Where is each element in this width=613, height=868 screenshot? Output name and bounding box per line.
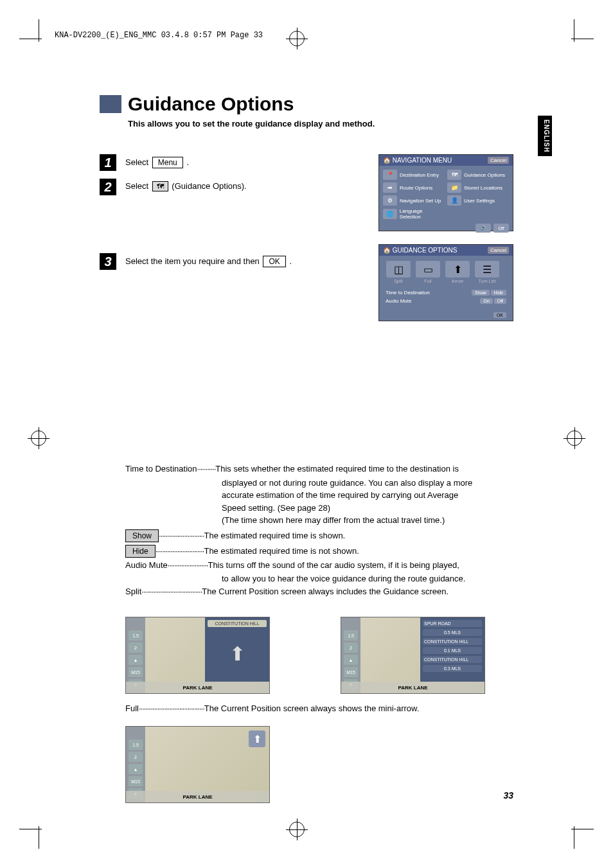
dots: ····························· [155, 545, 204, 558]
map-mway: M15 [129, 667, 143, 677]
map-scale-1: 1.5 [344, 630, 358, 641]
full-map-screenshot: 1.5 2 ▲ M15 ▼ ⬆ PARK LANE [125, 726, 270, 803]
map-up-icon: ▲ [129, 764, 143, 774]
registration-mark [31, 430, 46, 446]
step-number-2: 2 [100, 179, 116, 195]
registration-mark [289, 822, 305, 837]
step-3-text-post: . [287, 256, 292, 266]
ok-button-ref: OK [263, 256, 285, 267]
step-2-text-post: (Guidance Options). [170, 181, 247, 191]
map-scale-1: 1.5 [129, 630, 143, 641]
ttd-text-4: Speed setting. (See page 28) [125, 502, 513, 515]
nav-menu-title: 🏠 NAVIGATION MENU [383, 157, 452, 164]
full-text: The Current Position screen always shows… [204, 704, 420, 713]
crop-mark [571, 829, 594, 829]
page-content: ENGLISH Guidance Options This allows you… [61, 61, 552, 807]
registration-mark [289, 31, 305, 46]
show-text: The estimated required time is shown. [204, 529, 346, 542]
map-road-name: PARK LANE [126, 791, 269, 802]
map-scale-2: 2 [129, 642, 143, 653]
print-header: KNA-DV2200_(E)_ENG_MMC 03.4.8 0:57 PM Pa… [55, 31, 263, 40]
mini-arrow-icon: ⬆ [249, 731, 265, 747]
mute-label: Audio Mute [125, 559, 168, 572]
mute-text-2: to allow you to hear the voice guidance … [125, 572, 513, 585]
guidance-ttd-row: Time to Destination ShowHide [379, 288, 513, 297]
map-up-icon: ▲ [129, 655, 143, 665]
map-scale-1: 1.5 [129, 740, 143, 750]
nav-item-route: ➡Route Options [383, 182, 445, 193]
step-1-text-post: . [184, 157, 189, 167]
split-map-row: 1.5 2 ▲ M15 ▼ CONSTITUTION HILL ⬆ PARK L… [125, 617, 513, 694]
guidance-arrow-icon: ⬆Arrow [445, 261, 470, 283]
turn-dist-3: 0.3 MLS [423, 665, 482, 672]
step-number-1: 1 [100, 154, 116, 171]
full-label: Full [125, 704, 139, 713]
ttd-text-2: displayed or not during route guidance. … [125, 477, 513, 490]
nav-item-user: 👤User Settings [447, 195, 509, 206]
nav-item-language: 🌐Language Selection [383, 208, 445, 220]
title-decorator [100, 95, 121, 113]
guidance-ok-button: OK [493, 312, 506, 318]
step-3-text-pre: Select the item you require and then [125, 256, 262, 266]
turn-dist-1: 0.5 MLS [423, 629, 482, 636]
map-mway: M15 [129, 776, 143, 786]
crop-mark [571, 39, 594, 39]
full-description: Full ···································… [125, 704, 513, 713]
guidance-title: 🏠 GUIDANCE OPTIONS [383, 247, 457, 254]
mute-text-1: This turns off the sound of the car audi… [208, 559, 459, 572]
turn-dist-2: 0.1 MLS [423, 647, 482, 654]
guidance-full-icon: ▭Full [415, 261, 441, 283]
turn-item-3: CONSTITUTION HILL [423, 656, 482, 663]
ttd-text-5: (The time shown here may differ from the… [125, 514, 513, 527]
split-map-guidance: 1.5 2 ▲ M15 ▼ CONSTITUTION HILL ⬆ PARK L… [125, 617, 270, 694]
guidance-split-icon: ◫Split [386, 261, 411, 283]
registration-mark [567, 430, 582, 446]
nav-item-destination: 📍Destination Entry [383, 170, 445, 180]
ttd-text-1: This sets whether the estimated required… [215, 463, 459, 475]
step-2-text-pre: Select [125, 181, 151, 191]
hide-label: Hide [125, 545, 155, 558]
guidance-cancel-button: Cancel [488, 247, 509, 254]
show-label: Show [125, 529, 159, 542]
menu-button-ref: Menu [152, 157, 183, 168]
dots: ··························· [159, 529, 204, 542]
map-scale-2: 2 [344, 642, 358, 653]
guidance-options-screenshot: 🏠 GUIDANCE OPTIONS Cancel ◫Split ▭Full ⬆… [378, 244, 513, 321]
map-guidance-arrow-icon: ⬆ [208, 628, 267, 679]
description-block: Time to Destination ··········· This set… [125, 463, 513, 598]
map-mway: M15 [344, 667, 358, 677]
page-number: 33 [503, 790, 513, 801]
turn-item-2: CONSTITUTION HILL [423, 638, 482, 645]
nav-item-setup: ⚙Navigation Set Up [383, 195, 445, 206]
crop-mark [39, 826, 39, 849]
step-1-text-pre: Select [125, 157, 151, 167]
turn-item-1: SPUR ROAD [423, 620, 482, 627]
map-destination: CONSTITUTION HILL [208, 620, 267, 627]
dots: ························ [168, 559, 208, 572]
nav-off-button: Off [493, 224, 509, 233]
guidance-turnlist-icon: ☰Turn List [474, 261, 500, 283]
dots: ··········· [197, 463, 216, 475]
step-number-3: 3 [100, 253, 116, 270]
nav-item-guidance: 🗺Guidance Options [447, 170, 509, 180]
split-label: Split [125, 585, 141, 598]
nav-vol-button: 🔊 [475, 224, 491, 233]
crop-mark [574, 826, 574, 849]
dots: ···································· [141, 585, 202, 598]
nav-item-stored: 📁Stored Locations [447, 182, 509, 193]
split-text: The Current Position screen always inclu… [202, 585, 449, 598]
page-subtitle: This allows you to set the route guidanc… [128, 119, 513, 128]
guidance-options-icon-ref: 🗺 [152, 181, 168, 191]
ttd-label: Time to Destination [125, 463, 197, 475]
language-tab: ENGLISH [538, 116, 552, 156]
crop-mark [574, 19, 574, 42]
guidance-mute-row: Audio Mute OnOff [379, 297, 513, 305]
nav-cancel-button: Cancel [488, 157, 509, 164]
crop-mark [39, 19, 39, 42]
map-road-name: PARK LANE [341, 682, 484, 693]
map-road-name: PARK LANE [126, 682, 269, 693]
map-up-icon: ▲ [344, 655, 358, 665]
dots: ······································· [139, 704, 204, 713]
split-map-turnlist: 1.5 2 ▲ M15 ▼ SPUR ROAD 0.5 MLS CONSTITU… [341, 617, 485, 694]
title-row: Guidance Options [100, 93, 513, 115]
